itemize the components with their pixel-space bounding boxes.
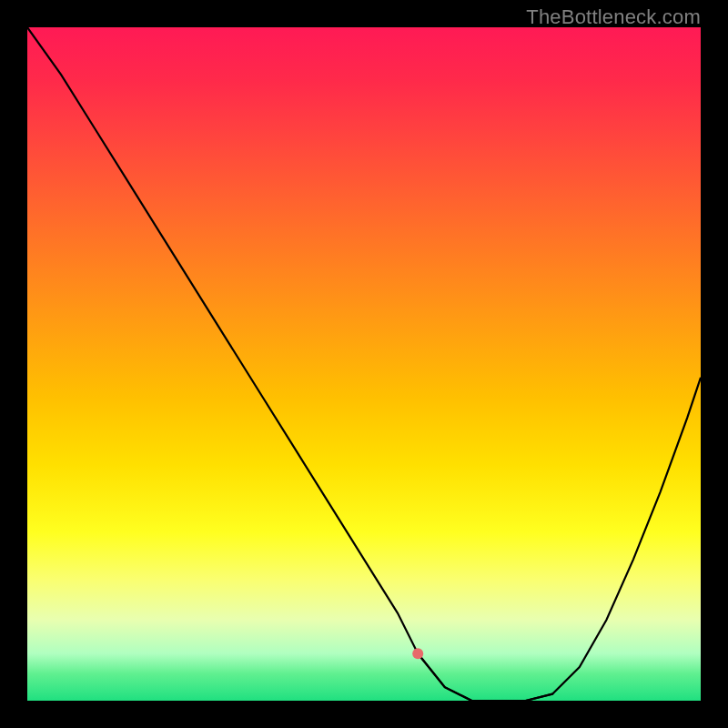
chart-container: TheBottleneck.com	[0, 0, 728, 728]
watermark-text: TheBottleneck.com	[526, 5, 701, 29]
curve-svg	[27, 27, 701, 701]
plot-area	[27, 27, 701, 701]
optimal-range-highlight	[418, 653, 552, 701]
bottleneck-curve	[27, 27, 701, 701]
highlight-dot	[412, 648, 423, 659]
